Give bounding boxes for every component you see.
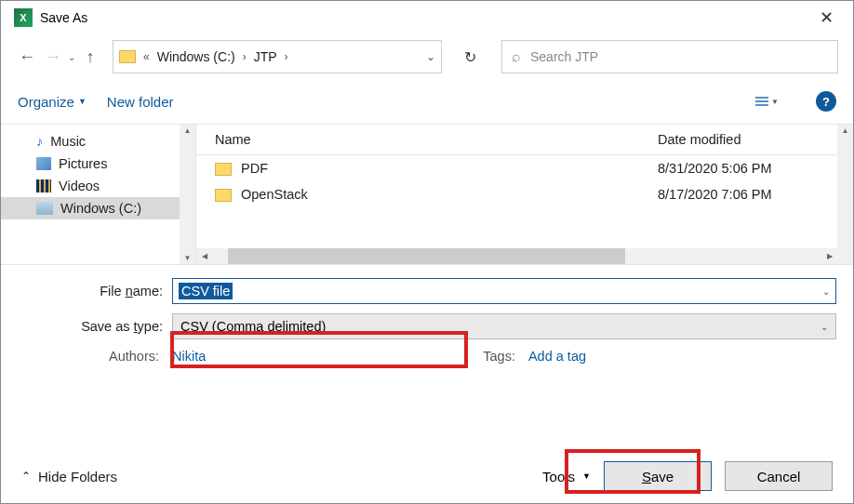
chevron-down-icon: ▼ [78,97,87,106]
folder-icon [215,189,232,202]
breadcrumb-folder[interactable]: JTP [254,49,277,64]
organize-label: Organize [18,94,74,110]
savetype-value: CSV (Comma delimited) [180,319,326,334]
tags-label: Tags: [483,349,515,364]
music-icon: ♪ [36,134,43,149]
chevron-down-icon: ▼ [771,98,779,106]
view-options-button[interactable]: ▼ [755,97,779,106]
organize-menu[interactable]: Organize ▼ [18,94,87,110]
folder-tree[interactable]: ♪ Music Pictures Videos Windows (C:) ▲▼ [1,125,196,264]
list-item[interactable]: OpenStack 8/17/2020 7:06 PM [196,181,853,207]
breadcrumb-overflow[interactable]: « [143,50,150,63]
excel-app-icon: X [14,8,33,27]
view-list-icon [755,97,768,106]
pictures-icon [36,157,51,170]
search-box[interactable]: ⌕ [501,40,838,73]
window-title: Save As [40,10,87,25]
toolbar: Organize ▼ New folder ▼ ? [1,79,853,124]
tools-menu[interactable]: Tools ▼ [542,469,591,484]
tree-label: Music [50,134,86,149]
back-button[interactable]: ← [16,46,38,68]
tree-scrollbar[interactable]: ▲▼ [180,125,195,264]
videos-icon [36,179,51,192]
breadcrumb-separator-icon: › [285,50,288,63]
file-browser: ♪ Music Pictures Videos Windows (C:) ▲▼ … [1,124,853,265]
file-name: PDF [241,161,268,176]
titlebar: X Save As ✕ [1,1,853,34]
help-button[interactable]: ? [816,91,836,112]
drive-icon [36,202,53,215]
address-history-dropdown[interactable]: ⌄ [426,50,435,63]
save-form: File name: CSV file ⌄ Save as type: CSV … [1,265,853,364]
filename-value: CSV file [179,283,233,299]
tools-label: Tools [542,469,575,484]
chevron-down-icon[interactable]: ⌄ [822,286,830,297]
list-item[interactable]: PDF 8/31/2020 5:06 PM [196,155,853,182]
cancel-button[interactable]: Cancel [725,461,833,491]
refresh-button[interactable]: ↻ [453,40,487,73]
tags-value[interactable]: Add a tag [528,349,586,364]
new-folder-button[interactable]: New folder [107,94,174,110]
tree-item-videos[interactable]: Videos [1,175,195,197]
tree-item-drive-c[interactable]: Windows (C:) [1,197,195,219]
up-button[interactable]: ↑ [79,46,101,68]
column-header-date[interactable]: Date modified [639,125,853,155]
bottom-bar: ⌃ Hide Folders Tools ▼ Save Cancel [1,449,853,503]
breadcrumb-separator-icon: › [243,50,247,63]
folder-icon [119,50,136,63]
forward-button[interactable]: → [42,46,64,68]
chevron-down-icon: ▼ [582,471,591,481]
authors-value[interactable]: Nikita [172,349,206,364]
filename-input[interactable]: CSV file ⌄ [172,278,836,304]
authors-label: Authors: [109,349,159,364]
savetype-dropdown[interactable]: CSV (Comma delimited) ⌄ [172,313,836,339]
hide-folders-button[interactable]: ⌃ Hide Folders [21,469,117,484]
address-bar[interactable]: « Windows (C:) › JTP › ⌄ [113,40,442,73]
column-header-name[interactable]: Name [196,125,639,155]
filename-label: File name: [18,284,163,298]
hide-folders-label: Hide Folders [38,469,117,484]
chevron-down-icon[interactable]: ⌄ [821,322,828,332]
close-button[interactable]: ✕ [805,1,847,34]
vertical-scrollbar[interactable]: ▲ [837,125,853,264]
tree-item-pictures[interactable]: Pictures [1,153,195,175]
horizontal-scrollbar[interactable]: ◀▶ [196,248,837,264]
tree-label: Pictures [59,156,107,171]
tree-label: Windows (C:) [60,201,141,216]
save-button[interactable]: Save [604,461,712,491]
file-list[interactable]: ⌄ Name Date modified PDF 8/31/2020 5:06 … [196,125,853,264]
folder-icon [215,163,232,176]
file-name: OpenStack [241,187,308,202]
search-input[interactable] [530,49,828,64]
tree-item-music[interactable]: ♪ Music [1,130,195,153]
recent-locations-dropdown[interactable]: ⌄ [68,52,75,62]
breadcrumb-drive[interactable]: Windows (C:) [157,49,235,64]
tree-label: Videos [59,179,100,193]
savetype-label: Save as type: [18,319,163,334]
search-icon: ⌕ [512,48,521,65]
nav-row: ← → ⌄ ↑ « Windows (C:) › JTP › ⌄ ↻ ⌕ [1,34,853,79]
chevron-up-icon: ⌃ [21,470,31,483]
file-date: 8/31/2020 5:06 PM [639,155,853,182]
file-date: 8/17/2020 7:06 PM [639,181,853,207]
